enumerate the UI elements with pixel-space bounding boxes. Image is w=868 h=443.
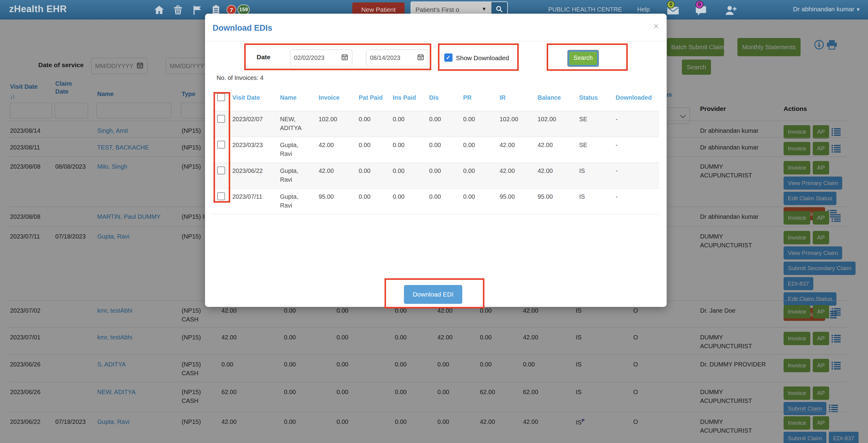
cell-pat-paid: 0.00 (359, 163, 386, 175)
cell-ir: 42.00 (500, 137, 524, 149)
modal-title: Download EDIs (213, 23, 272, 33)
edi-row: 2023/06/22 Gupta, Ravi 42.00 0.00 0.00 0… (213, 163, 659, 188)
mcol-name: Name (280, 94, 297, 101)
cell-pat-paid: 0.00 (359, 189, 386, 201)
download-edis-modal: Download EDIs × Date 02/02/2023 08/14/20… (205, 14, 666, 307)
mcol-status: Status (579, 94, 598, 101)
user-name: Dr abhinandan kumar (793, 5, 854, 12)
help-link[interactable]: Help (637, 6, 650, 13)
cell-downloaded: - (616, 137, 655, 149)
cell-downloaded: - (616, 163, 655, 175)
mcol-dis: Dis (429, 94, 439, 101)
edi-row: 2023/02/07 NEW, ADITYA 102.00 0.00 0.00 … (213, 111, 659, 137)
mcol-balance: Balance (537, 94, 561, 101)
cell-balance: 42.00 (537, 163, 568, 175)
mcol-pr: PR (463, 94, 472, 101)
row-checkbox[interactable] (217, 115, 225, 123)
cell-dis: 0.00 (429, 137, 454, 149)
cell-balance: 102.00 (537, 111, 568, 124)
mcol-downloaded: Downloaded (616, 94, 652, 101)
modal-divider (205, 41, 666, 41)
cell-dis: 0.00 (429, 111, 454, 124)
cell-invoice: 42.00 (318, 163, 349, 175)
cell-ir: 42.00 (500, 163, 524, 175)
calendar-icon (341, 54, 348, 62)
row-checkbox[interactable] (217, 167, 225, 174)
cell-visit-date: 2023/06/22 (232, 163, 275, 175)
cell-ins-paid: 0.00 (393, 111, 420, 124)
cell-status: SE (579, 137, 603, 149)
edi-row: 2023/03/23 Gupta, Ravi 42.00 0.00 0.00 0… (213, 137, 659, 163)
mcol-pat-paid: Pat Paid (359, 94, 383, 101)
cell-pat-paid: 0.00 (359, 137, 386, 149)
download-edi-button[interactable]: Download EDI (404, 285, 462, 304)
patient-link[interactable]: NEW, ADITYA (280, 111, 312, 132)
mcol-invoice: Invoice (318, 94, 340, 101)
invoices-count: No. of Invoices: 4 (217, 75, 264, 82)
cell-dis: 0.00 (429, 163, 454, 175)
patient-link[interactable]: Gupta, Ravi (280, 137, 312, 158)
cell-visit-date: 2023/07/11 (232, 189, 275, 201)
patient-link[interactable]: Gupta, Ravi (280, 189, 312, 210)
cell-visit-date: 2023/03/23 (232, 137, 275, 149)
alert-badge-green: 159 (238, 5, 250, 15)
app-screen: zHealth EHR 7 159 New Patient Patient's … (0, 0, 868, 443)
cell-downloaded: - (616, 111, 655, 124)
alert-badge-red: 7 (226, 5, 236, 14)
cell-pat-paid: 0.00 (359, 111, 386, 124)
cell-status: SE (579, 111, 603, 124)
brand-logo[interactable]: zHealth EHR (9, 4, 67, 14)
row-checkbox[interactable] (217, 192, 225, 200)
mcol-ins-paid: Ins Paid (393, 94, 416, 101)
cell-pr: 0.00 (463, 189, 488, 201)
cell-pr: 0.00 (463, 163, 488, 175)
cell-dis: 0.00 (429, 189, 454, 201)
date-to-value: 08/14/2023 (370, 54, 400, 61)
cell-pr: 0.00 (463, 111, 488, 124)
cell-pr: 0.00 (463, 137, 488, 149)
calendar-icon (417, 54, 424, 62)
show-downloaded-label: Show Downloaded (456, 54, 509, 62)
cell-ins-paid: 0.00 (393, 137, 420, 149)
patient-link[interactable]: Gupta, Ravi (280, 163, 312, 184)
flag-icon[interactable] (191, 4, 203, 16)
modal-date-from-input[interactable]: 02/02/2023 (290, 50, 352, 66)
mail-badge: 0 (667, 1, 675, 8)
modal-search-button[interactable]: Search (567, 50, 599, 67)
basket-icon[interactable] (172, 4, 184, 16)
home-icon[interactable] (153, 4, 165, 16)
cell-invoice: 42.00 (318, 137, 349, 149)
add-user-icon[interactable] (725, 5, 736, 17)
cell-balance: 42.00 (537, 137, 568, 149)
mcol-ir: IR (500, 94, 506, 101)
close-icon[interactable]: × (653, 22, 659, 31)
cell-balance: 95.00 (537, 189, 568, 201)
modal-date-label: Date (257, 54, 271, 61)
row-checkbox[interactable] (217, 141, 225, 149)
user-menu[interactable]: Dr abhinandan kumar (793, 5, 860, 13)
edi-row: 2023/07/11 Gupta, Ravi 95.00 0.00 0.00 0… (213, 188, 659, 214)
clinic-name: PUBLIC HEALTH CENTRE (548, 6, 622, 13)
cell-downloaded: - (616, 189, 655, 201)
select-all-checkbox[interactable] (217, 93, 225, 101)
mcol-visit-date: Visit Date (232, 94, 260, 101)
cell-status: IS (579, 163, 603, 175)
chat-badge: 0 (695, 1, 703, 8)
cell-visit-date: 2023/02/07 (232, 111, 275, 124)
show-downloaded-checkbox[interactable] (444, 54, 453, 62)
modal-date-to-input[interactable]: 08/14/2023 (366, 50, 428, 66)
cell-status: IS (579, 189, 603, 201)
cell-ir: 95.00 (500, 189, 524, 201)
cell-ins-paid: 0.00 (393, 163, 420, 175)
cell-ins-paid: 0.00 (393, 189, 420, 201)
cell-invoice: 102.00 (318, 111, 349, 124)
chevron-down-icon (854, 5, 860, 12)
date-from-value: 02/02/2023 (294, 54, 324, 61)
search-icon (495, 5, 503, 14)
cell-invoice: 95.00 (318, 189, 349, 201)
cell-ir: 102.00 (500, 111, 524, 124)
